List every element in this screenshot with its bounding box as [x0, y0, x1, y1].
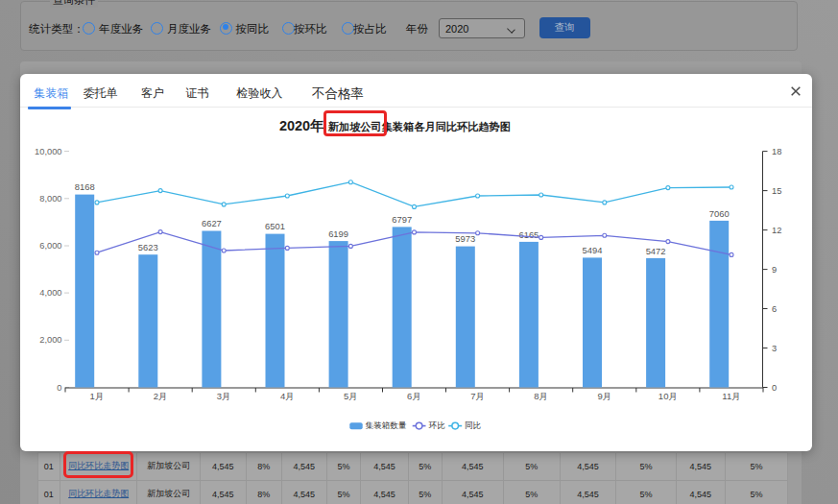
- svg-text:9: 9: [772, 265, 777, 275]
- svg-text:8,000: 8,000: [39, 194, 61, 204]
- svg-text:7060: 7060: [709, 208, 730, 219]
- svg-text:同比: 同比: [465, 420, 482, 430]
- svg-text:0: 0: [772, 383, 777, 393]
- svg-text:5472: 5472: [646, 246, 666, 256]
- svg-text:12: 12: [772, 226, 781, 235]
- svg-text:3: 3: [772, 344, 777, 353]
- svg-text:10月: 10月: [658, 391, 678, 401]
- svg-text:6797: 6797: [392, 214, 412, 225]
- svg-text:6199: 6199: [328, 228, 348, 239]
- svg-text:6: 6: [772, 304, 777, 314]
- svg-text:1月: 1月: [90, 391, 105, 401]
- svg-text:8168: 8168: [75, 181, 95, 192]
- svg-text:0: 0: [57, 383, 61, 393]
- svg-text:9月: 9月: [597, 391, 611, 401]
- svg-text:3月: 3月: [217, 391, 231, 401]
- svg-text:环比: 环比: [428, 420, 446, 430]
- svg-text:5494: 5494: [583, 245, 603, 255]
- svg-text:5623: 5623: [138, 242, 158, 252]
- svg-text:6501: 6501: [265, 221, 285, 231]
- svg-text:5973: 5973: [455, 233, 475, 244]
- svg-text:6月: 6月: [407, 391, 421, 401]
- svg-text:8月: 8月: [534, 391, 548, 401]
- svg-text:11月: 11月: [722, 391, 740, 401]
- svg-text:4月: 4月: [280, 391, 295, 401]
- svg-text:5月: 5月: [344, 391, 358, 401]
- svg-text:6,000: 6,000: [39, 241, 61, 251]
- svg-text:6165: 6165: [518, 229, 539, 240]
- svg-text:2月: 2月: [154, 391, 168, 401]
- svg-text:集装箱数量: 集装箱数量: [366, 420, 407, 430]
- svg-text:6627: 6627: [202, 218, 222, 228]
- svg-text:18: 18: [772, 147, 781, 156]
- svg-text:4,000: 4,000: [39, 288, 61, 298]
- svg-text:2,000: 2,000: [39, 335, 61, 345]
- svg-text:10,000: 10,000: [35, 147, 61, 156]
- svg-text:7月: 7月: [470, 391, 485, 401]
- svg-text:15: 15: [772, 186, 781, 196]
